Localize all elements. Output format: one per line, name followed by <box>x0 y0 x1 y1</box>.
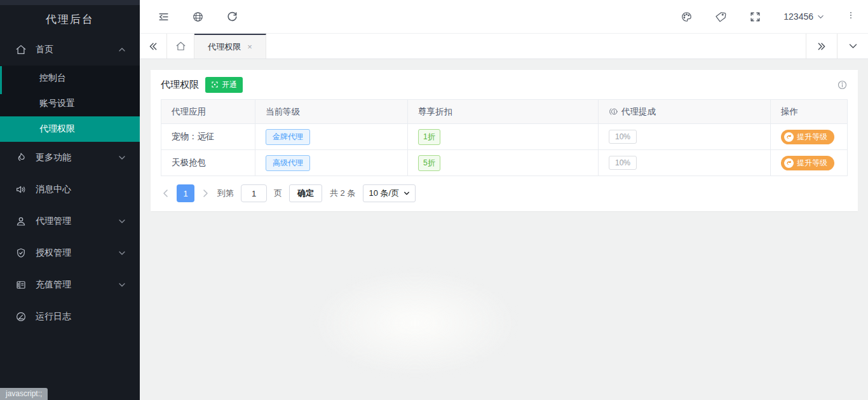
app-logo: 代理后台 <box>0 5 140 34</box>
cell-app-name: 天极抢包 <box>161 150 255 176</box>
tabs-menu-button[interactable] <box>837 34 868 59</box>
upgrade-level-button[interactable]: 提升等级 <box>781 156 834 170</box>
tab-home[interactable] <box>166 34 194 59</box>
sidebar: 代理后台 首页 控制台 账号设置 代理权限 更多功能 消息中心 代理管理 <box>0 0 140 400</box>
warning-circle-icon <box>609 107 618 116</box>
chevron-down-icon <box>118 154 126 162</box>
sidebar-item-authorization-management[interactable]: 授权管理 <box>0 237 140 269</box>
sidebar-item-label: 更多功能 <box>36 152 118 163</box>
upgrade-arrow-icon <box>784 158 794 168</box>
chevron-down-icon <box>403 190 410 197</box>
jump-prefix-label: 到第 <box>217 188 234 199</box>
home-icon <box>15 44 27 55</box>
level-badge[interactable]: 高级代理 <box>266 155 310 171</box>
sidebar-item-more-features[interactable]: 更多功能 <box>0 142 140 174</box>
next-page-icon[interactable] <box>200 188 210 198</box>
sidebar-submenu-home: 控制台 账号设置 代理权限 <box>0 66 140 142</box>
sidebar-top-strip <box>0 0 140 5</box>
tabbar: 代理权限 × <box>140 34 868 59</box>
previous-page-icon[interactable] <box>161 188 171 198</box>
language-globe-icon[interactable] <box>192 11 204 23</box>
table-header-row: 代理应用 当前等级 尊享折扣 代理提成 操作 <box>161 100 848 124</box>
topbar-left <box>158 11 238 23</box>
commission-badge: 10% <box>609 156 637 170</box>
table-row: 宠物：远征 金牌代理 1折 10% 提升等级 <box>161 124 848 150</box>
sidebar-item-label: 首页 <box>36 44 118 55</box>
topbar-right: 123456 <box>681 11 855 23</box>
shield-check-icon <box>15 247 27 259</box>
column-header-level: 当前等级 <box>255 100 408 124</box>
user-icon <box>15 216 27 227</box>
sidebar-item-message-center[interactable]: 消息中心 <box>0 174 140 205</box>
topbar: 123456 <box>140 0 868 34</box>
confirm-button[interactable]: 确定 <box>289 184 322 202</box>
username: 123456 <box>783 11 813 22</box>
permissions-table: 代理应用 当前等级 尊享折扣 代理提成 操作 <box>161 99 848 176</box>
fullscreen-icon[interactable] <box>749 11 761 23</box>
gauge-icon <box>15 311 27 322</box>
chevron-down-icon <box>118 217 126 225</box>
sidebar-item-label: 消息中心 <box>36 184 126 195</box>
column-header-discount: 尊享折扣 <box>408 100 599 124</box>
sidebar-item-recharge-management[interactable]: 充值管理 <box>0 269 140 301</box>
discount-badge: 1折 <box>418 129 440 145</box>
refresh-icon[interactable] <box>226 11 238 23</box>
tab-agent-permissions[interactable]: 代理权限 × <box>194 34 266 59</box>
discount-badge: 5折 <box>418 155 440 171</box>
sidebar-item-agent-permissions[interactable]: 代理权限 <box>0 116 140 142</box>
jump-suffix-label: 页 <box>274 188 282 199</box>
open-button[interactable]: 开通 <box>205 77 243 93</box>
tabs-scroll-right-button[interactable] <box>806 34 837 59</box>
status-bar-link-preview: javascript:; <box>0 388 48 400</box>
scan-icon <box>211 81 219 88</box>
page-size-select[interactable]: 10 条/页 <box>363 184 416 202</box>
content-area: 代理权限 开通 代理应用 当前等级 尊享折扣 <box>140 59 868 400</box>
column-header-commission: 代理提成 <box>599 100 771 124</box>
agent-permissions-card: 代理权限 开通 代理应用 当前等级 尊享折扣 <box>151 70 858 211</box>
theme-palette-icon[interactable] <box>681 11 693 23</box>
main-area: 123456 代理权限 × <box>140 0 868 400</box>
chevron-down-icon <box>118 281 126 289</box>
sidebar-scrollbar-thumb[interactable] <box>0 66 2 94</box>
sidebar-item-home[interactable]: 首页 <box>0 34 140 66</box>
chevron-down-icon <box>817 13 824 20</box>
speaker-icon <box>15 184 27 195</box>
tab-label: 代理权限 <box>208 41 241 53</box>
level-badge[interactable]: 金牌代理 <box>266 129 310 145</box>
cell-app-name: 宠物：远征 <box>161 124 255 150</box>
watermark <box>310 269 520 377</box>
sidebar-item-agent-management[interactable]: 代理管理 <box>0 205 140 237</box>
page-number-button[interactable]: 1 <box>177 184 194 202</box>
total-count-label: 共 2 条 <box>330 188 355 199</box>
column-header-app: 代理应用 <box>161 100 255 124</box>
sidebar-item-account-settings[interactable]: 账号设置 <box>0 91 140 116</box>
upgrade-arrow-icon <box>784 132 794 142</box>
user-menu[interactable]: 123456 <box>783 11 824 22</box>
wallet-icon <box>15 279 27 291</box>
info-icon[interactable] <box>837 79 848 90</box>
open-button-label: 开通 <box>222 79 237 90</box>
tabbar-spacer <box>266 34 806 59</box>
card-header: 代理权限 开通 <box>151 70 858 99</box>
commission-badge: 10% <box>609 130 637 144</box>
close-tab-icon[interactable]: × <box>247 42 252 52</box>
more-options-kebab-icon[interactable] <box>846 11 855 23</box>
column-header-action: 操作 <box>771 100 848 124</box>
tag-icon[interactable] <box>715 11 727 23</box>
chevron-up-icon <box>118 46 126 53</box>
sidebar-item-label: 授权管理 <box>36 247 118 259</box>
page-title: 代理权限 <box>161 79 199 91</box>
sidebar-item-label: 运行日志 <box>36 311 126 322</box>
tabs-scroll-left-button[interactable] <box>140 34 166 59</box>
fire-icon <box>15 152 27 163</box>
table-row: 天极抢包 高级代理 5折 10% 提升等级 <box>161 150 848 176</box>
sidebar-item-run-logs[interactable]: 运行日志 <box>0 301 140 333</box>
chevron-down-icon <box>118 249 126 257</box>
sidebar-item-label: 代理管理 <box>36 216 118 227</box>
collapse-sidebar-icon[interactable] <box>158 11 170 23</box>
sidebar-item-label: 充值管理 <box>36 279 118 291</box>
upgrade-level-button[interactable]: 提升等级 <box>781 130 834 144</box>
sidebar-item-console[interactable]: 控制台 <box>0 66 140 91</box>
pagination: 1 到第 页 确定 共 2 条 10 条/页 <box>161 184 848 202</box>
page-jump-input[interactable] <box>241 184 267 202</box>
